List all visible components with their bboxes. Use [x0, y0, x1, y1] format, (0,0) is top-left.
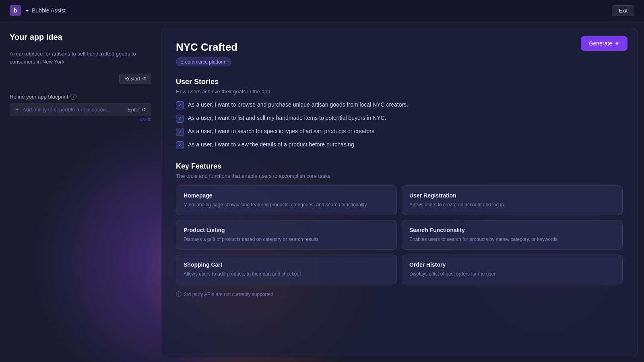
- user-story-item: ✓ As a user, I want to browse and purcha…: [176, 101, 623, 109]
- feature-card-title: Product Listing: [184, 227, 389, 233]
- enter-icon: ↺: [142, 107, 146, 113]
- feature-card-desc: Main landing page showcasing featured pr…: [184, 201, 389, 208]
- feature-card-title: Order History: [409, 261, 615, 268]
- refine-section: Refine your app blueprint i ✦ Enter ↺ 0/…: [10, 92, 151, 122]
- refine-input[interactable]: [23, 107, 124, 113]
- content-panel: Generate ✦ NYC Crafted E-commerce platfo…: [161, 28, 638, 357]
- user-story-item: ✓ As a user, I want to search for specif…: [176, 128, 623, 136]
- restart-icon: ↺: [142, 76, 146, 82]
- refine-input-wrapper: ✦ Enter ↺: [10, 103, 151, 116]
- features-grid: Homepage Main landing page showcasing fe…: [176, 185, 623, 284]
- user-story-text: As a user, I want to search for specific…: [188, 128, 374, 136]
- user-stories-title: User Stories: [176, 78, 623, 86]
- api-notice: ⓘ 3rd party APIs are not currently suppo…: [176, 291, 623, 298]
- feature-card: Product Listing Displays a grid of produ…: [176, 220, 397, 250]
- user-stories-section: User Stories How users achieve their goa…: [176, 78, 623, 149]
- key-features-section: Key Features The tools and functions tha…: [176, 162, 623, 284]
- enter-button[interactable]: Enter ↺: [128, 107, 146, 113]
- user-story-text: As a user, I want to browse and purchase…: [188, 101, 408, 109]
- feature-card-desc: Displays a grid of products based on cat…: [184, 236, 389, 243]
- generate-button[interactable]: Generate ✦: [581, 36, 627, 51]
- check-icon: ✓: [176, 101, 184, 109]
- feature-card: Homepage Main landing page showcasing fe…: [176, 185, 397, 215]
- main-layout: Your app idea A marketplace for artisans…: [0, 21, 644, 362]
- feature-card-title: Search Functionality: [409, 227, 615, 233]
- feature-card-title: Shopping Cart: [184, 261, 389, 268]
- generate-icon: ✦: [615, 40, 619, 47]
- feature-card: User Registration Allows users to create…: [402, 185, 623, 215]
- restart-button[interactable]: Restart ↺: [119, 74, 151, 84]
- api-notice-text: 3rd party APIs are not currently support…: [184, 292, 273, 297]
- brand-label: Bubble Assist: [32, 7, 66, 14]
- restart-label: Restart: [124, 76, 140, 82]
- char-count: 0/300: [10, 117, 151, 122]
- feature-card: Order History Displays a list of past or…: [402, 255, 623, 284]
- nav-brand: ✦ Bubble Assist: [25, 7, 66, 14]
- api-notice-icon: ⓘ: [176, 291, 182, 298]
- user-stories-list: ✓ As a user, I want to browse and purcha…: [176, 101, 623, 149]
- sparkle-icon: ✦: [15, 107, 19, 113]
- feature-card-desc: Displays a list of past orders for the u…: [409, 270, 615, 278]
- feature-card-title: User Registration: [409, 192, 615, 199]
- feature-card: Shopping Cart Allows users to add produc…: [176, 255, 397, 284]
- user-stories-subtitle: How users achieve their goals in the app: [176, 88, 623, 95]
- check-icon: ✓: [176, 115, 184, 123]
- feature-card-desc: Enables users to search for products by …: [409, 236, 615, 243]
- bubble-icon: ✦: [25, 8, 29, 14]
- refine-label: Refine your app blueprint i: [10, 94, 151, 100]
- sidebar-title: Your app idea: [10, 33, 151, 42]
- check-icon: ✓: [176, 141, 184, 149]
- check-icon: ✓: [176, 128, 184, 136]
- feature-card-title: Homepage: [184, 192, 389, 199]
- user-story-item: ✓ As a user, I want to list and sell my …: [176, 114, 623, 123]
- key-features-subtitle: The tools and functions that enable user…: [176, 173, 623, 179]
- user-story-item: ✓ As a user, I want to view the details …: [176, 141, 623, 149]
- logo-icon: b: [10, 5, 21, 16]
- nav-left: b ✦ Bubble Assist: [10, 5, 66, 16]
- user-story-text: As a user, I want to list and sell my ha…: [188, 114, 386, 122]
- feature-card-desc: Allows users to add products to their ca…: [184, 270, 389, 278]
- feature-card: Search Functionality Enables users to se…: [402, 220, 623, 250]
- top-nav: b ✦ Bubble Assist Exit: [0, 0, 644, 21]
- app-tag: E-commerce platform: [176, 58, 231, 66]
- user-story-text: As a user, I want to view the details of…: [188, 141, 355, 149]
- sidebar: Your app idea A marketplace for artisans…: [0, 21, 161, 362]
- sidebar-description: A marketplace for artisans to sell handc…: [10, 50, 151, 66]
- exit-button[interactable]: Exit: [612, 5, 634, 16]
- info-icon: i: [70, 94, 76, 100]
- feature-card-desc: Allows users to create an account and lo…: [409, 201, 615, 208]
- app-title: NYC Crafted: [176, 41, 623, 53]
- key-features-title: Key Features: [176, 162, 623, 171]
